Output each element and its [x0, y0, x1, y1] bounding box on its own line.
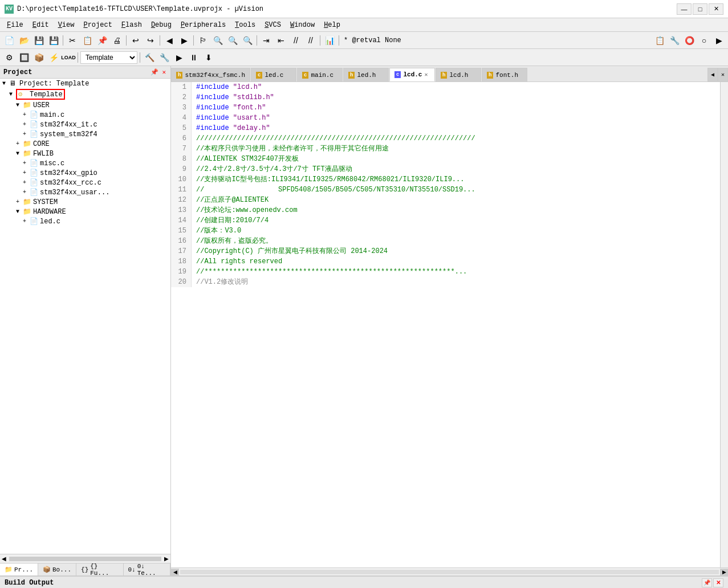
- toolbar-extra3[interactable]: ⭕: [682, 34, 696, 47]
- tab-fsmc-h[interactable]: h stm32f4xx_fsmc.h: [171, 68, 250, 81]
- gpio-c-expand-icon[interactable]: +: [23, 170, 30, 176]
- nav2-btn[interactable]: 🔍: [241, 34, 254, 47]
- core-expand-icon[interactable]: +: [16, 141, 23, 147]
- fwlib-expand-icon[interactable]: ▼: [16, 150, 23, 157]
- menu-project[interactable]: Project: [79, 20, 116, 30]
- menu-window[interactable]: Window: [286, 20, 319, 30]
- panel-close-btn[interactable]: ✕: [161, 68, 167, 76]
- tree-template[interactable]: ▼ ⚙ Template: [0, 88, 170, 100]
- menu-view[interactable]: View: [54, 20, 79, 30]
- it-c-expand-icon[interactable]: +: [23, 121, 30, 128]
- toolbar-extra1[interactable]: 📋: [653, 34, 666, 47]
- uncomment-btn[interactable]: //: [304, 34, 318, 47]
- editor-hscroll[interactable]: ◀ ▶: [171, 567, 728, 575]
- menu-flash[interactable]: Flash: [117, 20, 147, 30]
- toolbar-extra4[interactable]: ○: [697, 34, 711, 47]
- hardware-expand-icon[interactable]: ▼: [16, 209, 23, 215]
- comment-btn[interactable]: //: [289, 34, 303, 47]
- side-tab-books[interactable]: 📦 Bo...: [38, 564, 76, 575]
- save-btn[interactable]: 💾: [32, 34, 46, 47]
- tab-led-h[interactable]: h led.h: [343, 68, 389, 81]
- nav-btn[interactable]: 🔍: [226, 34, 239, 47]
- db-btn[interactable]: 📊: [323, 34, 336, 47]
- panel-pin-btn[interactable]: 📌: [149, 68, 160, 76]
- menu-file[interactable]: File: [2, 20, 28, 30]
- toolbar-extra2[interactable]: 🔧: [668, 34, 681, 47]
- unindent-btn[interactable]: ⇤: [274, 34, 288, 47]
- menu-debug[interactable]: Debug: [147, 20, 176, 30]
- tab-scroll-left[interactable]: ◀: [707, 68, 718, 81]
- print-btn[interactable]: 🖨: [110, 34, 124, 47]
- hscroll-right[interactable]: ▶: [720, 569, 728, 575]
- paste-btn[interactable]: 📌: [95, 34, 109, 47]
- toolbar-extra5[interactable]: ▶: [712, 34, 726, 47]
- menu-tools[interactable]: Tools: [230, 20, 260, 30]
- tree-usar-c[interactable]: + 📄 stm32f4xx_usar...: [0, 187, 170, 197]
- minimize-button[interactable]: —: [677, 3, 692, 15]
- tree-system-c[interactable]: + 📄 system_stm32f4: [0, 129, 170, 139]
- indent-btn[interactable]: ⇥: [259, 34, 273, 47]
- tree-it-c[interactable]: + 📄 stm32f4xx_it.c: [0, 120, 170, 129]
- build-output-close-btn[interactable]: ✕: [713, 578, 723, 587]
- tree-core-folder[interactable]: + 📁 CORE: [0, 139, 170, 149]
- editor-scrollbar[interactable]: [720, 82, 728, 567]
- tree-misc-c[interactable]: + 📄 misc.c: [0, 158, 170, 168]
- tab-lcd-c[interactable]: c lcd.c ✕: [389, 68, 435, 81]
- component-btn[interactable]: 🔲: [17, 51, 31, 64]
- open-btn[interactable]: 📂: [17, 34, 31, 47]
- load-btn[interactable]: LOAD: [62, 51, 75, 64]
- tab-led-c[interactable]: c led.c: [251, 68, 296, 81]
- download-btn[interactable]: ⬇: [202, 51, 215, 64]
- back-btn[interactable]: ◀: [162, 34, 176, 47]
- menu-svcs[interactable]: SVCS: [260, 20, 286, 30]
- target-select[interactable]: Template: [80, 51, 137, 64]
- find-btn[interactable]: 🔍: [211, 34, 225, 47]
- tree-root[interactable]: ▼ 🖥 Project: Template: [0, 79, 170, 88]
- usar-c-expand-icon[interactable]: +: [23, 189, 30, 195]
- tree-gpio-c[interactable]: + 📄 stm32f4xx_gpio: [0, 168, 170, 178]
- hscroll-left[interactable]: ◀: [171, 569, 179, 575]
- tree-scroll-left[interactable]: ◀: [0, 555, 8, 563]
- led-c-expand-icon[interactable]: +: [23, 218, 30, 224]
- tree-scroll-right[interactable]: ▶: [162, 555, 170, 563]
- tab-lcd-h[interactable]: h lcd.h: [436, 68, 481, 81]
- cut-btn[interactable]: ✂: [66, 34, 79, 47]
- stop-btn[interactable]: ⏸: [187, 51, 201, 64]
- side-tab-project[interactable]: 📁 Pr...: [0, 564, 38, 575]
- tree-main-c[interactable]: + 📄 main.c: [0, 110, 170, 120]
- system-folder-expand-icon[interactable]: +: [16, 199, 23, 205]
- misc-c-expand-icon[interactable]: +: [23, 160, 30, 166]
- code-editor[interactable]: 1 #include "lcd.h" 2 #include "stdlib.h"…: [171, 82, 720, 567]
- forward-btn[interactable]: ▶: [177, 34, 191, 47]
- menu-help[interactable]: Help: [319, 20, 345, 30]
- build-btn[interactable]: 🔨: [143, 51, 156, 64]
- side-tab-templates[interactable]: 0↓ 0↓ Te...: [124, 564, 170, 575]
- run-btn[interactable]: ▶: [172, 51, 186, 64]
- copy-btn[interactable]: 📋: [80, 34, 94, 47]
- rebuild-btn[interactable]: 🔧: [157, 51, 171, 64]
- tree-rcc-c[interactable]: + 📄 stm32f4xx_rcc.c: [0, 178, 170, 187]
- manage-btn[interactable]: 📦: [32, 51, 46, 64]
- menu-peripherals[interactable]: Peripherals: [176, 20, 230, 30]
- rcc-c-expand-icon[interactable]: +: [23, 179, 30, 186]
- bookmark-btn[interactable]: 🏳: [196, 34, 210, 47]
- tree-led-c[interactable]: + 📄 led.c: [0, 217, 170, 226]
- redo-btn[interactable]: ↪: [144, 34, 157, 47]
- system-c-expand-icon[interactable]: +: [23, 131, 30, 137]
- undo-btn[interactable]: ↩: [129, 34, 143, 47]
- tab-font-h[interactable]: h font.h: [482, 68, 527, 81]
- event-btn[interactable]: ⚡: [47, 51, 60, 64]
- maximize-button[interactable]: □: [693, 3, 707, 15]
- tab-close-all[interactable]: ✕: [718, 68, 728, 81]
- main-c-expand-icon[interactable]: +: [23, 112, 30, 118]
- target-config-btn[interactable]: ⚙: [2, 51, 16, 64]
- build-output-pin-btn[interactable]: 📌: [702, 578, 712, 587]
- tab-main-c[interactable]: c main.c: [297, 68, 343, 81]
- tree-system-folder[interactable]: + 📁 SYSTEM: [0, 197, 170, 207]
- tree-fwlib-folder[interactable]: ▼ 📁 FWLIB: [0, 149, 170, 158]
- tree-hardware-folder[interactable]: ▼ 📁 HARDWARE: [0, 207, 170, 217]
- save-all-btn[interactable]: 💾: [47, 34, 60, 47]
- tree-user-folder[interactable]: ▼ 📁 USER: [0, 100, 170, 110]
- menu-edit[interactable]: Edit: [28, 20, 54, 30]
- close-button[interactable]: ✕: [709, 3, 723, 15]
